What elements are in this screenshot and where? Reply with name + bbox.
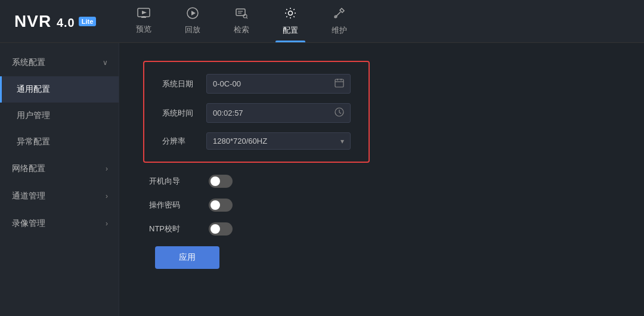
startup-wizard-toggle[interactable] [209, 175, 233, 188]
ntp-sync-label: NTP校时 [149, 224, 197, 234]
resolution-value: 1280*720/60HZ [213, 137, 340, 145]
op-password-toggle[interactable] [209, 199, 233, 212]
op-password-label: 操作密码 [149, 200, 197, 210]
nav-playback[interactable]: 回放 [168, 0, 217, 42]
system-date-label: 系统日期 [162, 79, 198, 89]
sidebar-group-recording-mgmt[interactable]: 录像管理 › [0, 210, 119, 237]
playback-icon [187, 7, 199, 22]
calendar-icon [335, 78, 344, 89]
sidebar-group-system-config[interactable]: 系统配置 ∨ [0, 49, 119, 76]
nav-items: 预览 回放 检索 [119, 0, 644, 42]
lite-badge: Lite [79, 17, 97, 26]
sidebar-group-channel-mgmt[interactable]: 通道管理 › [0, 182, 119, 210]
sidebar-group-recording-mgmt-label: 录像管理 [12, 218, 45, 229]
sidebar-group-system-config-label: 系统配置 [12, 57, 45, 68]
system-time-row: 系统时间 [162, 103, 351, 123]
nav-preview-label: 预览 [136, 24, 151, 35]
system-time-input-wrap[interactable] [206, 103, 351, 123]
clock-icon [335, 107, 344, 119]
system-time-input[interactable] [213, 109, 331, 117]
sidebar-item-user-mgmt-label: 用户管理 [17, 110, 50, 121]
startup-wizard-label: 开机向导 [149, 176, 197, 187]
nav-maintenance-label: 维护 [332, 25, 347, 36]
system-date-input-wrap[interactable] [206, 74, 351, 94]
chevron-right-icon-3: › [106, 219, 108, 228]
search-icon [236, 7, 247, 22]
chevron-right-icon: › [106, 165, 108, 173]
chevron-right-icon-2: › [106, 192, 108, 200]
settings-form-card: 系统日期 系统时间 [143, 61, 370, 163]
app-title: NVR 4.0 [14, 12, 75, 31]
startup-wizard-row: 开机向导 [143, 175, 620, 188]
system-date-row: 系统日期 [162, 74, 351, 94]
sidebar-item-exception-config[interactable]: 异常配置 [0, 129, 119, 155]
dropdown-arrow-icon: ▾ [340, 137, 344, 145]
nav-maintenance[interactable]: 维护 [315, 0, 364, 42]
logo-area: NVR 4.0 Lite [0, 12, 119, 31]
sidebar-group-network-config[interactable]: 网络配置 › [0, 155, 119, 182]
ntp-sync-toggle[interactable] [209, 222, 233, 236]
svg-point-11 [289, 11, 293, 16]
sidebar-group-channel-mgmt-label: 通道管理 [12, 191, 45, 202]
svg-line-19 [339, 113, 341, 114]
nav-search[interactable]: 检索 [217, 0, 266, 42]
op-password-row: 操作密码 [143, 199, 620, 212]
resolution-row: 分辨率 1280*720/60HZ ▾ [162, 132, 351, 150]
config-icon [284, 7, 297, 23]
maintenance-icon [333, 7, 346, 23]
chevron-down-icon: ∨ [103, 58, 108, 67]
svg-line-10 [247, 18, 248, 19]
nav-config[interactable]: 配置 [266, 0, 315, 42]
content-area: 系统日期 系统时间 [119, 43, 644, 316]
svg-rect-13 [335, 79, 343, 87]
system-date-input[interactable] [213, 79, 331, 88]
sidebar: 系统配置 ∨ 通用配置 用户管理 异常配置 网络配置 › 通道管理 › 录像管理… [0, 43, 119, 316]
svg-marker-1 [142, 11, 147, 14]
sidebar-item-user-mgmt[interactable]: 用户管理 [0, 103, 119, 129]
top-navigation: NVR 4.0 Lite 预览 回放 [0, 0, 644, 43]
app-version: 4.0 [57, 16, 75, 29]
sidebar-item-general-config-label: 通用配置 [17, 84, 50, 95]
main-layout: 系统配置 ∨ 通用配置 用户管理 异常配置 网络配置 › 通道管理 › 录像管理… [0, 43, 644, 316]
preview-icon [137, 8, 150, 21]
nav-preview[interactable]: 预览 [119, 0, 168, 42]
system-time-label: 系统时间 [162, 108, 198, 119]
sidebar-item-exception-config-label: 异常配置 [17, 137, 50, 147]
ntp-sync-row: NTP校时 [143, 222, 620, 236]
sidebar-item-general-config[interactable]: 通用配置 [0, 76, 119, 103]
nav-playback-label: 回放 [185, 24, 200, 35]
sidebar-group-network-config-label: 网络配置 [12, 163, 45, 174]
apply-button[interactable]: 应用 [155, 246, 219, 269]
nav-config-label: 配置 [283, 25, 298, 36]
svg-marker-5 [191, 11, 196, 16]
svg-rect-3 [143, 16, 145, 17]
nav-search-label: 检索 [234, 24, 249, 35]
resolution-select[interactable]: 1280*720/60HZ ▾ [206, 132, 351, 150]
resolution-label: 分辨率 [162, 136, 198, 147]
